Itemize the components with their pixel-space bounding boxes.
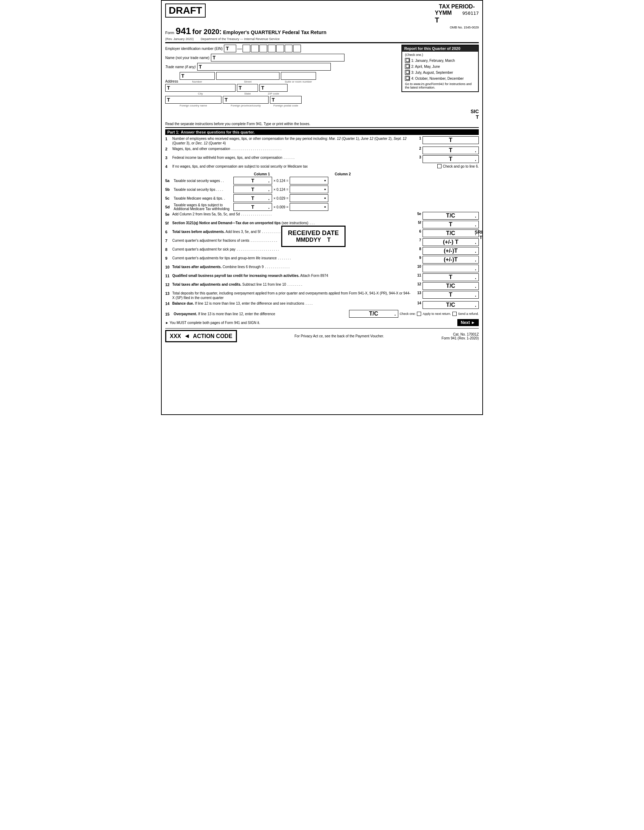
line-9: 9 Current quarter's adjustments for tips… [165,256,479,263]
line-5f-num: 5f [165,221,172,225]
action-code-value: XXX [170,333,181,339]
send-refund-checkbox[interactable] [452,312,457,316]
line-5d-num: 5d [165,205,174,209]
line-12-value: T/C [446,283,455,289]
trade-input[interactable]: T [197,63,331,71]
ein-box-4[interactable] [268,44,276,52]
ein-box-1[interactable] [243,44,250,52]
line-1-input[interactable]: T [422,136,479,144]
ein-box-6[interactable] [285,44,292,52]
line-13-value: T [449,291,452,298]
addr-zip-label: ZIP code [259,92,287,95]
addr-country-input[interactable]: T [165,96,222,104]
line-5c-col2[interactable]: • [290,194,328,202]
quarter-checkbox-3[interactable]: ❑ [405,70,410,75]
line-5d: 5d Taxable wages & tips subject to Addit… [165,203,479,211]
quarter-checkbox-1[interactable]: ❑ [405,58,410,63]
line-4-checkbox[interactable] [437,164,441,168]
line-8-num: 8 [165,247,172,252]
line-9-input[interactable]: (+/-)T . [422,256,479,263]
ein-box-2[interactable] [251,44,259,52]
name-input[interactable]: T [211,54,344,62]
line-5b-col2[interactable]: • [290,185,328,193]
line-5e-input[interactable]: T/C . [422,212,479,220]
line-9-value: (+/-)T [444,257,458,263]
quarter-item-1: ❑ 1: January, February, March [405,58,475,63]
line-10-num: 10 [165,265,172,269]
check-one-label: Check one: [400,312,416,315]
address-section: Address T Number Street Suite or room nu… [165,72,399,107]
line-15-input[interactable]: T/C . [349,310,398,318]
addr-suite-input[interactable] [281,72,316,80]
line-5a-col1-value: T [251,178,254,184]
line-8-desc: Current quarter's adjustment for sick pa… [172,247,413,252]
must-complete: ► You MUST complete both pages of Form 9… [165,321,260,325]
addr-province-label: Foreign province/county [223,104,268,107]
addr-suite-label: Suite or room number [281,80,316,83]
line-6-value: T/C [446,230,455,236]
rev-date: (Rev. January 2020) [165,37,194,41]
cols-header: Column 1 Column 2 [236,172,479,176]
next-btn-label: Next ► [461,320,475,325]
addr-province-input[interactable]: T [223,96,268,104]
addr-state-input[interactable]: T [237,84,258,92]
quarter-checkbox-4[interactable]: ❑ [405,76,410,81]
addr-number-input[interactable]: T [180,72,215,80]
line-5b-multiplier: × 0.124 = [273,188,288,192]
line-3-value: T [449,156,452,162]
quarter-label-1: 1: January, February, March [411,59,455,63]
line-5d-col2[interactable]: • [290,203,328,211]
line-6-input[interactable]: T/C . [422,230,479,237]
line-13-desc: Total deposits for this quarter, includi… [172,291,413,300]
line-4-check: Check and go to line 6. [437,164,479,168]
line-5a-col2[interactable]: • [290,177,328,184]
quarter-note: Go to www.irs.gov/Form941 for instructio… [405,82,475,89]
line-10-input[interactable]: . [422,265,479,272]
line-10-desc: Total taxes after adjustments. Combine l… [172,265,413,269]
addr-city-input[interactable]: T [165,84,236,92]
line-5c-multiplier: × 0.029 = [273,196,288,200]
ein-box-7[interactable] [293,44,301,52]
line-5b-num: 5b [165,187,174,192]
header: DRAFT TAX PERIOD- YYMM 950117 T [165,3,479,24]
line-15-desc: Overpayment. If line 13 is more than lin… [174,312,348,316]
footer-right: Cat. No. 17001Z Form 941 (Rev. 1-2020) [441,333,479,340]
addr-number-col: T Number [180,72,215,83]
line-5b-col1-value: T [251,187,254,192]
line-15: 15 Overpayment. If line 13 is more than … [165,310,479,318]
form-page: DRAFT TAX PERIOD- YYMM 950117 T Form 941… [161,0,483,415]
province-t-value: T [225,97,228,103]
line-5b-col1[interactable]: T . [233,185,272,193]
line-5e-ref: 5e [413,212,422,216]
quarter-item-3: ❑ 3: July, August, September [405,70,475,75]
ein-box-3[interactable] [259,44,267,52]
apply-next-checkbox[interactable] [417,312,421,316]
quarter-checkbox-2[interactable]: ❑ [405,64,410,69]
addr-zip-input[interactable]: T [259,84,287,92]
ein-box-5[interactable] [276,44,284,52]
line-7-input[interactable]: (+/-) T . [422,238,479,246]
line-12-num: 12 [165,282,172,287]
line-8-input[interactable]: (+/-)T . [422,247,479,255]
line-13-input[interactable]: T . [422,291,479,299]
line-5d-col1[interactable]: T . [233,203,272,211]
line-13-num: 13 [165,291,172,296]
address-row1: Address T Number Street Suite or room nu… [165,72,399,83]
line-12-input[interactable]: T/C . [422,282,479,290]
line-14-input[interactable]: T/C . [422,301,479,309]
addr-postal-input[interactable]: T [270,96,301,104]
line-5c-col1[interactable]: T . [233,194,272,202]
next-button[interactable]: Next ► [457,319,479,326]
line-5e-num: 5e [165,212,172,217]
line-3-input[interactable]: T . [422,155,479,163]
line-11-input[interactable]: T . [422,273,479,281]
line-5a-col1[interactable]: T . [233,177,272,184]
line-2-input[interactable]: T . [422,147,479,154]
addr-street-input[interactable] [216,72,279,80]
line-5f-desc: Section 3121(q) Notice and Demand—Tax du… [172,221,413,225]
line-5f-input[interactable]: T . [422,221,479,228]
line-9-ref: 9 [413,256,422,260]
draft-label: DRAFT [165,3,206,17]
ein-t-box[interactable]: T [224,44,236,52]
send-refund-label: Send a refund. [458,312,479,315]
